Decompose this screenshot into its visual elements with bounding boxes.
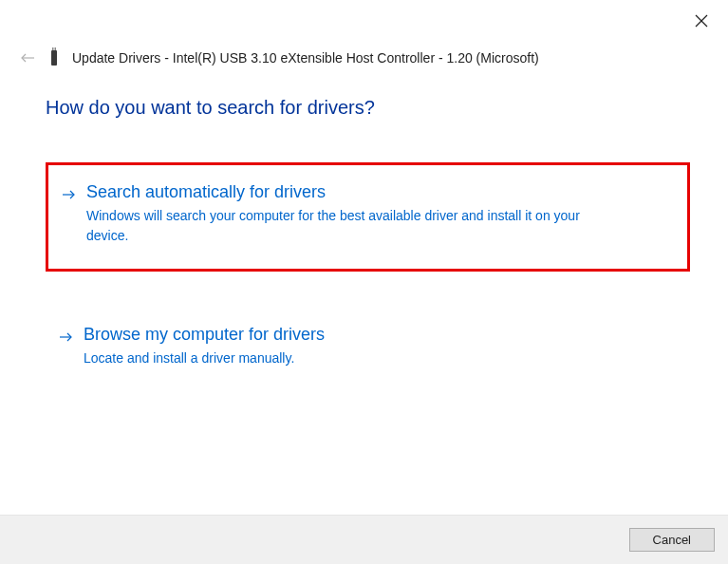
cancel-button[interactable]: Cancel <box>629 528 715 552</box>
footer: Cancel <box>0 515 728 564</box>
back-arrow-icon <box>19 49 36 66</box>
svg-rect-5 <box>55 47 57 50</box>
header: Update Drivers - Intel(R) USB 3.10 eXten… <box>19 47 709 68</box>
device-icon <box>47 47 61 68</box>
option-title: Browse my computer for drivers <box>84 325 677 345</box>
option-description: Windows will search your computer for th… <box>86 206 618 246</box>
svg-rect-3 <box>51 50 57 66</box>
page-question: How do you want to search for drivers? <box>46 97 690 119</box>
arrow-right-icon <box>62 187 77 202</box>
content-area: How do you want to search for drivers? S… <box>46 97 690 420</box>
back-button[interactable] <box>19 49 36 66</box>
option-description: Locate and install a driver manually. <box>84 348 615 368</box>
svg-rect-4 <box>52 47 54 50</box>
option-search-automatically[interactable]: Search automatically for drivers Windows… <box>46 162 690 272</box>
option-title: Search automatically for drivers <box>86 182 674 202</box>
option-browse-computer[interactable]: Browse my computer for drivers Locate an… <box>46 311 690 385</box>
window-title: Update Drivers - Intel(R) USB 3.10 eXten… <box>72 50 539 66</box>
close-icon <box>695 14 708 28</box>
close-button[interactable] <box>694 13 709 28</box>
arrow-right-icon <box>59 329 74 345</box>
